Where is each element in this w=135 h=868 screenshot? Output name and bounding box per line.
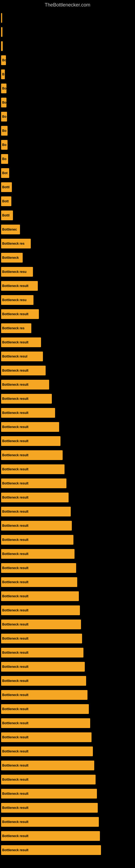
bar-row: Bott xyxy=(0,194,135,208)
bar-label: Bottleneck resu xyxy=(2,270,27,274)
bar: Bottleneck result xyxy=(1,845,101,855)
bar: Bottleneck result xyxy=(1,549,75,559)
bar-label: Bottleneck xyxy=(2,256,18,259)
bar-row: Bot xyxy=(0,166,135,180)
bar-row: Bottleneck result xyxy=(0,279,135,293)
bar: Bottleneck result xyxy=(1,337,41,347)
bar-row: Bottleneck result xyxy=(0,504,135,519)
bar-row: Bottleneck result xyxy=(0,829,135,843)
bar: Bo xyxy=(1,112,7,122)
bar-row: Bottleneck result xyxy=(0,801,135,815)
bar: Bottleneck result xyxy=(1,817,99,827)
bar-row: Bottleneck result xyxy=(0,631,135,646)
bar-label: Bottleneck result xyxy=(2,637,28,641)
bar-label: Bottleneck result xyxy=(2,467,28,471)
bar: Bottleneck res xyxy=(1,239,31,248)
bar-label: Bottleneck result xyxy=(2,312,28,316)
bar: Bottleneck result xyxy=(1,606,80,615)
bar: Bot xyxy=(1,168,9,178)
bar: Bottleneck result xyxy=(1,746,93,756)
bar-label: Bottleneck result xyxy=(2,552,28,556)
bar-label: Bo xyxy=(2,115,6,119)
bar-label: Bottleneck res xyxy=(2,242,25,246)
bar-row: Bo xyxy=(0,82,135,95)
bar: Bottleneck result xyxy=(1,464,64,474)
bar: Bottleneck result xyxy=(1,676,86,686)
bar: Bo xyxy=(1,98,6,107)
bar-row: Bottleneck res xyxy=(0,237,135,251)
bar: Bottleneck result xyxy=(1,633,82,643)
bar-label: Bo xyxy=(2,129,6,133)
bar-label: Bottlenec xyxy=(2,227,17,231)
bar-label: Bottleneck result xyxy=(2,721,28,725)
bar-row: Bottleneck result xyxy=(0,730,135,744)
bar: Bottleneck result xyxy=(1,789,97,799)
bar-label: Bottleneck result xyxy=(2,411,28,415)
bar-label: Bottleneck result xyxy=(2,453,28,457)
bar-label: Bottleneck result xyxy=(2,425,28,429)
bar-row: Bottleneck result xyxy=(0,575,135,589)
bar-label: Bottl xyxy=(2,214,9,217)
bar-label: Bottleneck result xyxy=(2,820,28,824)
bar-row: Bottleneck result xyxy=(0,660,135,674)
bar-row: Bottleneck result xyxy=(0,843,135,857)
bar-row: Bottleneck result xyxy=(0,490,135,504)
bar-row: Bottleneck result xyxy=(0,603,135,617)
bar: Bottl xyxy=(1,182,12,192)
bar: Bottleneck result xyxy=(1,831,100,841)
bar-row: Bottleneck result xyxy=(0,547,135,561)
bar: Bottleneck result xyxy=(1,366,46,375)
bar-row: Bottleneck result xyxy=(0,448,135,462)
bar-label: Bottleneck result xyxy=(2,594,28,598)
bar-label: Bottleneck result xyxy=(2,679,28,683)
bar-label: Bottleneck result xyxy=(2,707,28,711)
bar-label: Bottleneck result xyxy=(2,778,28,781)
bar-row: Bottleneck result xyxy=(0,716,135,730)
bar: Bo xyxy=(1,84,6,93)
bar-row: B xyxy=(0,67,135,82)
bar-row: Bottleneck result xyxy=(0,589,135,603)
bar-row: Bottleneck result xyxy=(0,364,135,378)
bar xyxy=(1,41,3,51)
bar: Bottleneck result xyxy=(1,281,38,291)
bar-label: Bottleneck result xyxy=(2,397,28,401)
bar: Bottl xyxy=(1,211,13,220)
bar-label: Bottleneck result xyxy=(2,284,28,288)
bar: Bottleneck result xyxy=(1,436,60,446)
bar xyxy=(1,13,2,23)
bar: B xyxy=(1,69,5,79)
bar-row: Bottleneck result xyxy=(0,378,135,392)
bar-label: Bot xyxy=(2,171,8,175)
bar: Bottleneck result xyxy=(1,507,71,517)
bar-label: Bottleneck res xyxy=(2,326,25,330)
bar: Bottleneck result xyxy=(1,761,94,770)
bar-label: Bottleneck result xyxy=(2,735,28,739)
bar-row: Bottleneck result xyxy=(0,786,135,801)
bar-label: Bottleneck resul xyxy=(2,354,27,358)
bar: Bottleneck result xyxy=(1,478,66,488)
bar-row: Bottleneck resu xyxy=(0,265,135,279)
bar: Bottleneck result xyxy=(1,394,52,404)
bar: Bottleneck result xyxy=(1,775,96,784)
bar-label: Bottleneck result xyxy=(2,439,28,443)
bar-row: Bottleneck result xyxy=(0,406,135,420)
bar: Bottlenec xyxy=(1,225,20,235)
bar-label: Bottleneck result xyxy=(2,482,28,485)
bar-row: Bottlenec xyxy=(0,222,135,237)
bar-label: Bottleneck result xyxy=(2,806,28,810)
bar-label: Bottleneck result xyxy=(2,524,28,528)
bar-row: Bottleneck result xyxy=(0,773,135,786)
bar: Bottleneck result xyxy=(1,493,69,502)
bar-row: Bottleneck resul xyxy=(0,349,135,364)
bar-row: Bottleneck result xyxy=(0,744,135,758)
bars-container: BoBBoBoBoBoBoBoBotBottlBottBottlBottlene… xyxy=(0,8,135,860)
bar-label: Bottleneck result xyxy=(2,609,28,612)
bar-label: Bottleneck result xyxy=(2,764,28,767)
bar: Bottleneck result xyxy=(1,620,81,629)
bar-row: Bottleneck resu xyxy=(0,293,135,307)
bar-label: Bottleneck result xyxy=(2,510,28,514)
bar-row: Bottleneck result xyxy=(0,617,135,631)
bar-row: Bo xyxy=(0,53,135,67)
bar-row: Bottleneck res xyxy=(0,321,135,335)
bar-label: Bo xyxy=(2,87,6,90)
